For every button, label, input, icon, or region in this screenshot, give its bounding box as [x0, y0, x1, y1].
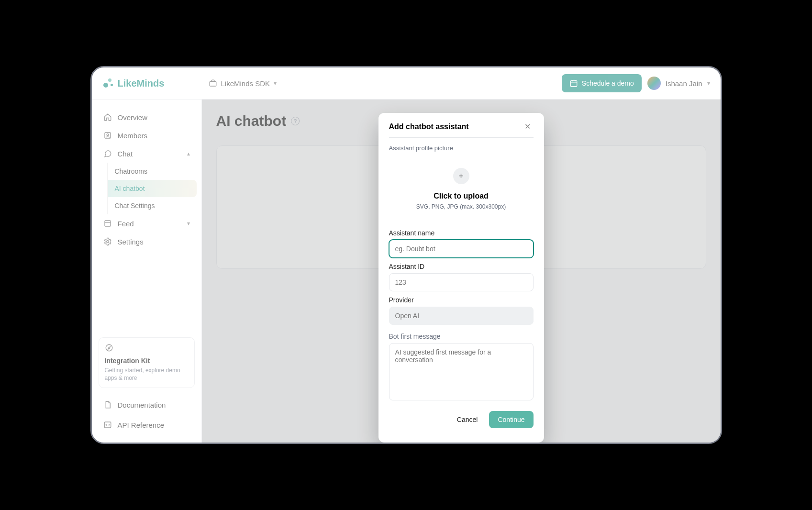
- cancel-button[interactable]: Cancel: [454, 415, 481, 424]
- svg-point-3: [107, 134, 109, 136]
- sidebar-item-settings[interactable]: Settings: [97, 233, 197, 251]
- svg-point-5: [106, 241, 109, 243]
- help-icon[interactable]: ?: [291, 117, 300, 125]
- feed-icon: [103, 219, 112, 228]
- sidebar-item-chatrooms[interactable]: Chatrooms: [108, 163, 197, 180]
- user-name: Ishaan Jain: [666, 79, 702, 88]
- continue-button[interactable]: Continue: [489, 411, 533, 428]
- sidebar-item-api-reference[interactable]: API Reference: [97, 416, 197, 434]
- svg-rect-0: [210, 81, 216, 86]
- sidebar-item-label: Documentation: [118, 401, 166, 409]
- upload-plus-icon[interactable]: +: [453, 168, 469, 184]
- workspace-name: LikeMinds SDK: [221, 79, 270, 88]
- close-icon[interactable]: ✕: [522, 122, 534, 132]
- assistant-name-input[interactable]: [389, 240, 534, 258]
- avatar: [647, 77, 661, 90]
- schedule-demo-button[interactable]: Schedule a demo: [562, 74, 642, 92]
- sidebar-item-label: API Reference: [118, 421, 165, 429]
- code-icon: [103, 421, 112, 429]
- brand-mark-icon: [102, 78, 114, 89]
- sidebar-item-label: Overview: [118, 113, 148, 122]
- topbar: LikeMinds LikeMinds SDK ▾ Schedule a dem…: [92, 67, 721, 100]
- provider-label: Provider: [389, 296, 534, 304]
- kit-title: Integration Kit: [105, 357, 189, 365]
- svg-rect-1: [570, 81, 577, 87]
- svg-rect-2: [105, 133, 111, 138]
- sidebar-item-members[interactable]: Members: [97, 126, 197, 144]
- calendar-icon: [569, 79, 578, 88]
- main-content: AI chatbot ? ✓ time support and t. nt: [202, 100, 721, 443]
- sidebar-item-label: Feed: [118, 220, 134, 228]
- gear-icon: [103, 237, 112, 246]
- chevron-down-icon: ▾: [274, 80, 277, 87]
- chevron-down-icon: ▾: [187, 220, 190, 227]
- modal-title: Add chatbot assistant: [389, 122, 469, 131]
- brand-logo: LikeMinds: [102, 78, 203, 89]
- first-message-textarea[interactable]: [389, 343, 534, 400]
- sidebar-item-overview[interactable]: Overview: [97, 108, 197, 126]
- sidebar: Overview Members Chat ▴: [92, 100, 202, 443]
- assistant-id-label: Assistant ID: [389, 263, 534, 270]
- assistant-id-input[interactable]: [389, 273, 534, 291]
- modal-overlay: Add chatbot assistant ✕ Assistant profil…: [202, 100, 721, 443]
- upload-title: Click to upload: [434, 192, 489, 200]
- provider-input: [389, 307, 534, 325]
- profile-pic-uploader[interactable]: + Click to upload SVG, PNG, JPG (max. 30…: [389, 156, 534, 224]
- home-icon: [103, 113, 112, 122]
- upload-hint: SVG, PNG, JPG (max. 300x300px): [416, 203, 506, 210]
- sidebar-item-label: Chat: [118, 150, 133, 158]
- sidebar-chat-submenu: Chatrooms AI chatbot Chat Settings: [107, 163, 197, 214]
- chevron-up-icon: ▴: [187, 150, 190, 157]
- workspace-switcher[interactable]: LikeMinds SDK ▾: [209, 79, 277, 88]
- doc-icon: [103, 400, 112, 409]
- compass-icon: [105, 344, 113, 352]
- svg-rect-4: [105, 221, 111, 226]
- sidebar-item-ai-chatbot[interactable]: AI chatbot: [108, 180, 197, 197]
- sidebar-item-label: AI chatbot: [115, 185, 145, 192]
- sidebar-item-feed[interactable]: Feed ▾: [97, 214, 197, 233]
- chat-icon: [103, 149, 112, 158]
- brand-name: LikeMinds: [118, 78, 165, 89]
- profile-pic-label: Assistant profile picture: [389, 144, 534, 152]
- svg-point-6: [106, 344, 112, 351]
- sidebar-item-chat-settings[interactable]: Chat Settings: [108, 197, 197, 214]
- svg-rect-7: [104, 422, 111, 428]
- chevron-down-icon: ▾: [707, 80, 710, 87]
- sidebar-item-label: Members: [118, 132, 148, 140]
- user-menu[interactable]: Ishaan Jain ▾: [647, 77, 710, 90]
- sidebar-item-label: Chat Settings: [115, 202, 155, 210]
- assistant-name-label: Assistant name: [389, 229, 534, 237]
- schedule-demo-label: Schedule a demo: [582, 79, 634, 87]
- add-chatbot-modal: Add chatbot assistant ✕ Assistant profil…: [378, 113, 544, 443]
- integration-kit-card[interactable]: Integration Kit Getting started, explore…: [99, 337, 195, 388]
- briefcase-icon: [209, 79, 217, 88]
- first-message-label: Bot first message: [389, 333, 534, 340]
- members-icon: [103, 131, 112, 140]
- sidebar-item-chat[interactable]: Chat ▴: [97, 144, 197, 163]
- sidebar-item-label: Chatrooms: [115, 167, 147, 175]
- kit-sub: Getting started, explore demo apps & mor…: [105, 366, 189, 382]
- sidebar-item-label: Settings: [118, 238, 144, 246]
- sidebar-item-documentation[interactable]: Documentation: [97, 396, 197, 414]
